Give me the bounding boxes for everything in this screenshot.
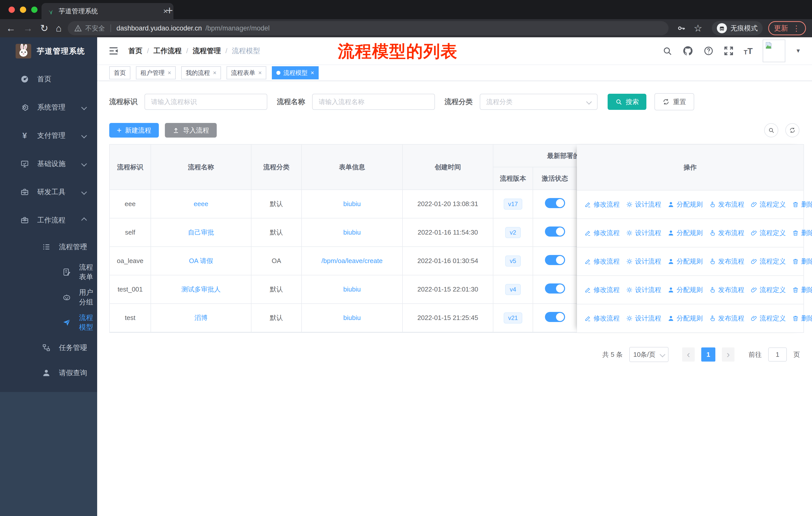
sidebar-item-system[interactable]: 系统管理 (0, 93, 97, 121)
prev-page-button[interactable]: ‹ (682, 348, 695, 361)
close-icon[interactable]: × (311, 69, 314, 76)
action-deploy-link[interactable]: 发布流程 (709, 200, 744, 209)
action-assign-link[interactable]: 分配规则 (668, 314, 703, 323)
action-design-link[interactable]: 设计流程 (626, 286, 661, 294)
action-design-link[interactable]: 设计流程 (626, 257, 661, 266)
search-icon[interactable] (662, 46, 672, 56)
action-delete-link[interactable]: 删除 (792, 286, 812, 294)
process-name-link[interactable]: 自己审批 (188, 228, 214, 236)
form-link[interactable]: biubiu (343, 314, 361, 322)
action-edit-link[interactable]: 修改流程 (584, 257, 620, 266)
home-icon[interactable]: ⌂ (56, 23, 62, 34)
version-badge[interactable]: v17 (504, 198, 523, 210)
version-badge[interactable]: v5 (505, 255, 521, 267)
process-category-select[interactable]: 流程分类 (480, 94, 598, 110)
action-edit-link[interactable]: 修改流程 (584, 314, 620, 323)
browser-menu-icon[interactable]: ⋮ (793, 24, 800, 33)
action-assign-link[interactable]: 分配规则 (668, 228, 703, 237)
action-assign-link[interactable]: 分配规则 (668, 200, 703, 209)
action-edit-link[interactable]: 修改流程 (584, 228, 620, 237)
close-window-button[interactable] (8, 6, 15, 13)
current-page-button[interactable]: 1 (701, 348, 715, 361)
action-delete-link[interactable]: 删除 (792, 257, 812, 266)
avatar[interactable] (763, 39, 785, 62)
breadcrumb-home[interactable]: 首页 (128, 46, 142, 56)
sidebar-item-task-management[interactable]: 任务管理 (0, 335, 97, 360)
help-icon[interactable] (703, 46, 714, 56)
active-toggle[interactable] (545, 255, 565, 265)
key-icon[interactable] (677, 24, 686, 32)
goto-page-input[interactable] (768, 348, 787, 361)
process-name-link[interactable]: OA 请假 (189, 257, 213, 265)
action-delete-link[interactable]: 删除 (792, 200, 812, 209)
process-name-link[interactable]: eeee (194, 200, 208, 208)
reload-icon[interactable]: ↻ (40, 23, 48, 34)
sidebar-item-devtools[interactable]: 研发工具 (0, 178, 97, 206)
tag-process-form[interactable]: 流程表单× (227, 66, 266, 79)
active-toggle[interactable] (545, 312, 565, 322)
caret-down-icon[interactable]: ▼ (795, 48, 801, 54)
forward-icon[interactable]: → (23, 23, 33, 34)
reset-button[interactable]: 重置 (655, 93, 694, 110)
action-definition-link[interactable]: 流程定义 (751, 314, 786, 323)
form-link[interactable]: biubiu (343, 228, 361, 236)
active-toggle[interactable] (545, 198, 565, 208)
next-page-button[interactable]: › (722, 348, 734, 361)
action-definition-link[interactable]: 流程定义 (751, 228, 786, 237)
close-icon[interactable]: × (258, 69, 262, 76)
action-delete-link[interactable]: 删除 (792, 314, 812, 323)
action-edit-link[interactable]: 修改流程 (584, 200, 620, 209)
maximize-window-button[interactable] (31, 6, 37, 13)
page-size-select[interactable]: 10条/页 (629, 347, 669, 362)
sidebar-item-leave-query[interactable]: 请假查询 (0, 360, 97, 385)
import-process-button[interactable]: 导入流程 (165, 123, 217, 138)
action-assign-link[interactable]: 分配规则 (668, 286, 703, 294)
minimize-window-button[interactable] (20, 6, 26, 13)
font-size-icon[interactable]: TT (744, 46, 753, 56)
action-definition-link[interactable]: 流程定义 (751, 200, 786, 209)
process-id-input[interactable] (144, 94, 267, 110)
tag-home[interactable]: 首页 (109, 66, 130, 79)
action-delete-link[interactable]: 删除 (792, 228, 812, 237)
close-icon[interactable]: × (213, 69, 216, 76)
back-icon[interactable]: ← (6, 23, 16, 34)
fullscreen-icon[interactable] (724, 46, 734, 56)
sidebar-item-infrastructure[interactable]: 基础设施 (0, 150, 97, 178)
action-edit-link[interactable]: 修改流程 (584, 286, 620, 294)
process-name-link[interactable]: 滔博 (195, 314, 208, 322)
tag-my-process[interactable]: 我的流程× (181, 66, 221, 79)
action-design-link[interactable]: 设计流程 (626, 314, 661, 323)
active-toggle[interactable] (545, 226, 565, 237)
action-deploy-link[interactable]: 发布流程 (709, 286, 744, 294)
breadcrumb-workflow[interactable]: 工作流程 (153, 46, 182, 56)
refresh-table-button[interactable] (785, 123, 800, 137)
bookmark-star-icon[interactable]: ☆ (694, 23, 702, 34)
url-bar[interactable]: 不安全 dashboard.yudao.iocoder.cn/bpm/manag… (68, 21, 669, 35)
sidebar-item-workflow[interactable]: 工作流程 (0, 206, 97, 234)
action-definition-link[interactable]: 流程定义 (751, 286, 786, 294)
tag-tenant[interactable]: 租户管理× (136, 66, 176, 79)
sidebar-item-process-model[interactable]: 流程模型 (0, 310, 97, 335)
browser-tab[interactable]: 芋道管理系统 × (41, 3, 173, 19)
sidebar-item-process-form[interactable]: 流程表单 (0, 260, 97, 285)
form-link[interactable]: biubiu (343, 286, 361, 293)
version-badge[interactable]: v4 (505, 284, 521, 295)
new-tab-button[interactable]: + (166, 3, 173, 17)
collapse-sidebar-icon[interactable] (108, 46, 119, 56)
action-deploy-link[interactable]: 发布流程 (709, 314, 744, 323)
sidebar-item-user-group[interactable]: 用户分组 (0, 285, 97, 310)
action-assign-link[interactable]: 分配规则 (668, 257, 703, 266)
action-deploy-link[interactable]: 发布流程 (709, 228, 744, 237)
action-definition-link[interactable]: 流程定义 (751, 257, 786, 266)
version-badge[interactable]: v21 (504, 313, 523, 324)
action-deploy-link[interactable]: 发布流程 (709, 257, 744, 266)
tag-process-model[interactable]: 流程模型× (272, 66, 319, 79)
show-search-button[interactable] (764, 123, 778, 137)
update-button[interactable]: 更新 ⋮ (768, 21, 806, 35)
active-toggle[interactable] (545, 283, 565, 294)
window-controls[interactable] (8, 6, 37, 13)
sidebar-item-home[interactable]: 首页 (0, 65, 97, 93)
sidebar-item-process-management[interactable]: 流程管理 (0, 234, 97, 260)
action-design-link[interactable]: 设计流程 (626, 228, 661, 237)
version-badge[interactable]: v2 (505, 227, 521, 238)
